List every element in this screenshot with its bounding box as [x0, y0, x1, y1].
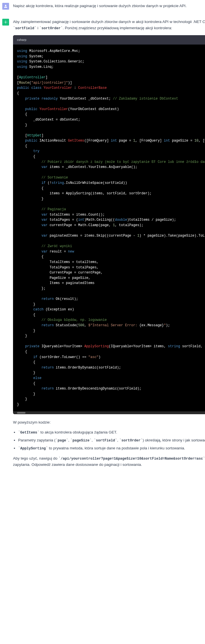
horizontal-scrollbar[interactable]: [13, 411, 205, 414]
user-content: Napisz akcję kontrolera, która realizuje…: [13, 3, 205, 13]
bullet-text: ) określają, które strony i jak sortować…: [143, 438, 205, 442]
after-code-text: W powyższym kodzie:: [13, 419, 205, 426]
code-body[interactable]: using Microsoft.AspNetCore.Mvc; using Sy…: [13, 45, 205, 411]
bullet-list: `GetItems` to akcja kontrolera obsługują…: [13, 429, 205, 451]
intro-paragraph: Aby zaimplementować paginację i sortowan…: [13, 19, 205, 31]
bullet-code: `sortOrder`: [119, 439, 143, 443]
assistant-message: Aby zaimplementować paginację i sortowan…: [0, 16, 205, 475]
code-content: using Microsoft.AspNetCore.Mvc; using Sy…: [17, 49, 205, 407]
bullet-text: Parametry zapytania (: [18, 438, 55, 442]
user-text: Napisz akcję kontrolera, która realizuje…: [13, 3, 201, 9]
code-sortorder: `sortOrder`: [39, 26, 63, 30]
svg-point-0: [5, 22, 6, 23]
list-item: `GetItems` to akcja kontrolera obsługują…: [18, 429, 205, 435]
bullet-code: `page`: [55, 439, 68, 443]
bullet-text: to akcja kontrolera obsługująca żądania …: [39, 430, 117, 434]
code-lang: csharp: [17, 37, 26, 43]
assistant-content: Aby zaimplementować paginację i sortowan…: [13, 19, 205, 472]
list-item: Parametry zapytania (`page`, `pageSize`,…: [18, 437, 205, 443]
scrollbar-thumb[interactable]: [17, 412, 25, 414]
code-block: csharp Copy code using Microsoft.AspNetC…: [13, 35, 205, 414]
intro-text-2: . Poniżej znajdziesz przykładową impleme…: [63, 26, 172, 30]
bullet-code: `pageSize`: [71, 439, 92, 443]
outro-code: `/api/yourcontroller?page=1&pageSize=10&…: [59, 457, 205, 461]
user-icon: [3, 4, 8, 9]
assistant-avatar: [2, 19, 9, 26]
bullet-code: `sortField`: [94, 439, 117, 443]
outro-text-1: Aby tego użyć, nawiguj do: [13, 456, 59, 460]
assistant-icon: [3, 20, 8, 24]
user-message: Napisz akcję kontrolera, która realizuje…: [0, 0, 205, 16]
list-item: `ApplySorting` to prywatna metoda, która…: [18, 445, 205, 451]
user-avatar: [2, 3, 9, 10]
bullet-code: `GetItems`: [18, 431, 39, 435]
outro-paragraph: Aby tego użyć, nawiguj do `/api/yourcont…: [13, 455, 205, 468]
code-sortfield: `sortField`: [13, 26, 37, 30]
intro-text-1: Aby zaimplementować paginację i sortowan…: [13, 20, 205, 24]
code-header: csharp Copy code: [13, 35, 205, 45]
bullet-text: to prywatna metoda, która sortuje dane n…: [48, 446, 185, 450]
bullet-code: `ApplySorting`: [18, 447, 48, 451]
